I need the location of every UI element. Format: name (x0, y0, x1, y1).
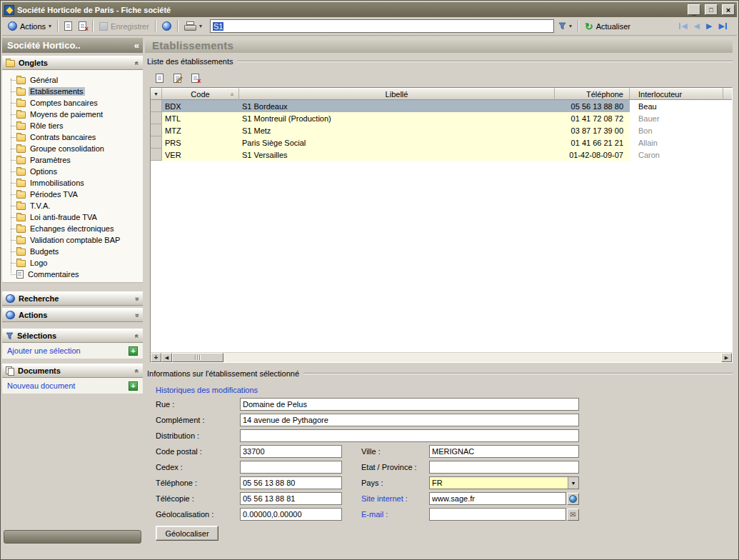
add-selection-link[interactable]: Ajouter une sélection (7, 346, 81, 355)
nav-prev-button[interactable]: ◀ (694, 21, 700, 31)
cell-telephone[interactable]: 01 41 66 21 21 (555, 136, 630, 149)
cell-code[interactable]: VER (162, 149, 239, 161)
sidebar-item-general[interactable]: Général (2, 74, 143, 86)
sidebar-item-options[interactable]: Options (2, 166, 143, 177)
column-header-telephone[interactable]: Téléphone (555, 88, 630, 100)
actions-menu-button[interactable]: Actions ▾ (6, 20, 54, 32)
panel-recherche[interactable]: Recherche « (2, 291, 143, 306)
sidebar-item-comptes-bancaires[interactable]: Comptes bancaires (2, 97, 143, 109)
sidebar-item-periodes-tva[interactable]: Périodes TVA (2, 189, 143, 200)
scroll-left-button[interactable]: ◀ (161, 353, 172, 362)
sidebar-item-tva[interactable]: T.V.A. (2, 200, 143, 211)
sidebar-item-logo[interactable]: Logo (2, 257, 143, 269)
sidebar-item-contrats-bancaires[interactable]: Contrats bancaires (2, 131, 143, 143)
rue-field[interactable] (240, 398, 579, 411)
sidebar-item-commentaires[interactable]: Commentaires (2, 269, 143, 280)
grid-delete-button[interactable]: × (188, 72, 201, 84)
nav-next-button[interactable]: ▶ (706, 21, 712, 31)
cell-libelle[interactable]: S1 Metz (239, 124, 555, 136)
refresh-button[interactable]: ↻ Actualiser (583, 21, 633, 32)
column-header-code[interactable]: Code▲ (162, 88, 239, 100)
add-selection-button[interactable]: + (129, 346, 138, 356)
add-row-button[interactable]: + (151, 353, 161, 362)
code-postal-field[interactable] (240, 445, 342, 458)
panel-selections[interactable]: Sélections « (2, 329, 143, 343)
new-button[interactable] (62, 20, 74, 32)
sidebar-item-loi-anti-fraude-tva[interactable]: Loi anti-fraude TVA (2, 211, 143, 223)
new-document-link[interactable]: Nouveau document (7, 381, 75, 390)
telephone-field[interactable] (240, 476, 342, 489)
nav-first-button[interactable]: ◀ (678, 21, 687, 31)
collapsed-panel-strip[interactable] (4, 530, 141, 544)
history-link[interactable]: Historiques des modifications (156, 386, 733, 394)
combo-arrow-icon[interactable]: ▼ (568, 477, 578, 489)
cedex-field[interactable] (240, 461, 342, 474)
email-field[interactable] (429, 508, 566, 521)
cell-code[interactable]: PRS (162, 136, 239, 149)
cell-interlocuteur[interactable]: Caron (630, 149, 723, 161)
pays-combobox[interactable]: FR ▼ (429, 476, 579, 489)
cell-libelle[interactable]: S1 Bordeaux (239, 100, 555, 112)
cell-telephone[interactable]: 01 41 72 08 72 (555, 112, 630, 124)
table-row[interactable]: BDX S1 Bordeaux 05 56 13 88 80 Beau (151, 100, 732, 112)
minimize-button[interactable]: _ (688, 4, 700, 15)
cell-interlocuteur[interactable]: Beau (630, 100, 723, 112)
sidebar-item-echanges-electroniques[interactable]: Echanges électroniques (2, 223, 143, 234)
collapse-sidebar-icon[interactable]: « (134, 40, 139, 51)
panel-documents[interactable]: Documents « (2, 364, 143, 378)
row-selector[interactable] (151, 136, 162, 149)
cell-interlocuteur[interactable]: Bon (630, 124, 723, 136)
save-button[interactable]: Enregistrer (97, 21, 151, 32)
ville-field[interactable] (429, 445, 579, 458)
column-header-libelle[interactable]: Libellé (239, 88, 555, 100)
column-header-interlocuteur[interactable]: Interlocuteur (630, 88, 723, 100)
open-website-button[interactable] (567, 493, 579, 505)
sidebar-item-validation-comptable-bap[interactable]: Validation comptable BAP (2, 234, 143, 246)
cell-libelle[interactable]: S1 Montreuil (Production) (239, 112, 555, 124)
grid-edit-button[interactable] (171, 72, 184, 84)
scroll-right-button[interactable]: ▶ (721, 353, 732, 362)
sidebar-item-moyens-de-paiement[interactable]: Moyens de paiement (2, 109, 143, 120)
row-selector-header[interactable]: ▼ (151, 88, 162, 100)
table-row[interactable]: MTZ S1 Metz 03 87 17 39 00 Bon (151, 124, 732, 136)
quick-search-input[interactable]: S1 (210, 19, 554, 33)
cell-libelle[interactable]: S1 Versailles (239, 149, 555, 161)
close-button[interactable]: × (722, 4, 735, 15)
row-selector[interactable] (151, 124, 162, 136)
horizontal-scrollbar[interactable]: + ◀ ▶ (151, 352, 732, 362)
table-row[interactable]: PRS Paris Siège Social 01 41 66 21 21 Al… (151, 136, 732, 149)
cell-telephone[interactable]: 05 56 13 88 80 (555, 100, 630, 112)
panel-onglets[interactable]: Onglets « (2, 56, 143, 70)
cell-code[interactable]: MTZ (162, 124, 239, 136)
cell-code[interactable]: MTL (162, 112, 239, 124)
print-button[interactable]: ▾ (182, 20, 204, 32)
etat-province-field[interactable] (429, 461, 579, 474)
cell-libelle[interactable]: Paris Siège Social (239, 136, 555, 149)
sidebar-item-immobilisations[interactable]: Immobilisations (2, 177, 143, 189)
geolocalisation-field[interactable] (240, 508, 342, 521)
table-row[interactable]: MTL S1 Montreuil (Production) 01 41 72 0… (151, 112, 732, 124)
telecopie-field[interactable] (240, 492, 342, 505)
send-email-button[interactable]: ✉ (567, 509, 579, 521)
table-row[interactable]: VER S1 Versailles 01-42-08-09-07 Caron (151, 149, 732, 161)
email-label[interactable]: E-mail : (361, 510, 429, 519)
cell-telephone[interactable]: 01-42-08-09-07 (555, 149, 630, 161)
row-selector[interactable] (151, 149, 162, 161)
add-document-button[interactable]: + (129, 381, 138, 391)
nav-last-button[interactable]: ▶ (719, 21, 728, 31)
row-selector[interactable] (151, 112, 162, 124)
cell-interlocuteur[interactable]: Allain (630, 136, 723, 149)
scrollbar-thumb[interactable] (172, 353, 223, 362)
complement-field[interactable] (240, 414, 579, 426)
cell-telephone[interactable]: 03 87 17 39 00 (555, 124, 630, 136)
services-button[interactable] (160, 20, 174, 32)
sidebar-item-groupe-consolidation[interactable]: Groupe consolidation (2, 143, 143, 154)
sidebar-item-etablissements[interactable]: Etablissements (2, 86, 143, 97)
cell-code[interactable]: BDX (162, 100, 239, 112)
site-internet-label[interactable]: Site internet : (361, 494, 429, 503)
titlebar[interactable]: Société Horticole de Paris - Fiche socié… (2, 2, 737, 17)
grid-new-button[interactable] (153, 72, 166, 84)
site-internet-field[interactable] (429, 492, 566, 505)
geolocaliser-button[interactable]: Géolocaliser (156, 526, 218, 541)
panel-actions[interactable]: Actions « (2, 308, 143, 322)
